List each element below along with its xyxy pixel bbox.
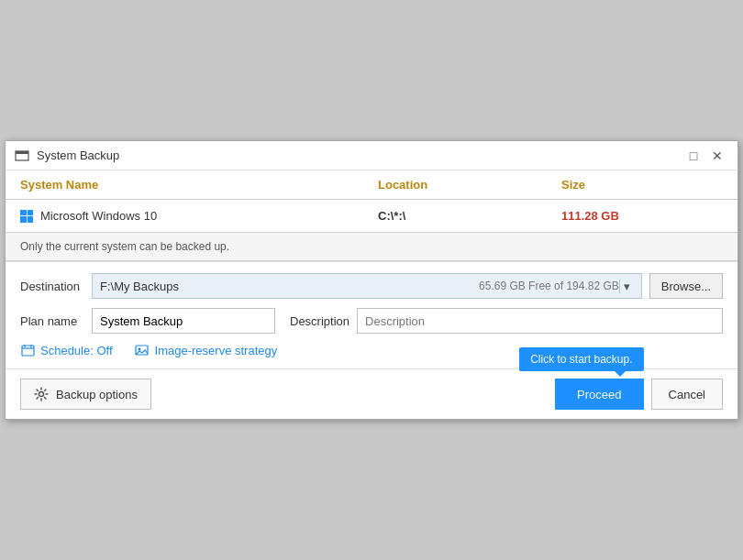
gear-icon [34, 387, 49, 401]
backup-options-label: Backup options [56, 388, 138, 401]
table-header: System Name Location Size [6, 170, 737, 200]
row-size: 111.28 GB [561, 209, 723, 223]
col-header-location: Location [378, 178, 561, 192]
tooltip-box: Click to start backup. [519, 347, 643, 371]
svg-point-7 [139, 347, 141, 350]
image-icon [135, 343, 150, 357]
schedule-option[interactable]: Schedule: Off [20, 343, 113, 357]
proceed-wrapper: Click to start backup. Proceed [555, 379, 643, 410]
cancel-button[interactable]: Cancel [651, 379, 723, 410]
footer-right: Click to start backup. Proceed Cancel [555, 379, 723, 410]
image-reserve-option[interactable]: Image-reserve strategy [135, 343, 278, 357]
title-bar: System Backup □ ✕ [6, 141, 737, 170]
plan-label: Plan name [20, 314, 84, 328]
info-bar: Only the current system can be backed up… [6, 232, 737, 260]
calendar-icon [20, 343, 35, 357]
browse-button[interactable]: Browse... [649, 273, 723, 299]
proceed-button[interactable]: Proceed [555, 379, 643, 410]
description-label: Description [290, 314, 349, 328]
window-title: System Backup [37, 148, 119, 162]
plan-row: Plan name Description [20, 308, 723, 334]
image-reserve-label: Image-reserve strategy [155, 344, 278, 357]
table-container: System Name Location Size Microsoft Wind… [6, 170, 737, 261]
maximize-button[interactable]: □ [682, 145, 704, 167]
col-header-name: System Name [20, 178, 378, 192]
svg-rect-1 [16, 151, 28, 154]
svg-rect-2 [22, 346, 34, 356]
table-body: Microsoft Windows 10 C:\*:\ 111.28 GB [6, 200, 737, 232]
destination-field: F:\My Backups 65.69 GB Free of 194.82 GB… [92, 273, 642, 299]
footer: Backup options Click to start backup. Pr… [6, 368, 737, 419]
chevron-down-icon: ▾ [624, 280, 630, 293]
close-button[interactable]: ✕ [706, 145, 728, 167]
svg-point-8 [39, 392, 44, 397]
col-header-size: Size [561, 178, 723, 192]
backup-options-button[interactable]: Backup options [20, 379, 151, 410]
plan-input[interactable] [92, 308, 275, 334]
app-icon [15, 148, 29, 163]
table-row[interactable]: Microsoft Windows 10 C:\*:\ 111.28 GB [6, 203, 737, 228]
destination-label: Destination [20, 280, 84, 293]
description-input[interactable] [357, 308, 723, 334]
title-bar-controls: □ ✕ [682, 145, 728, 167]
destination-row: Destination F:\My Backups 65.69 GB Free … [20, 273, 723, 299]
row-location: C:\*:\ [378, 209, 561, 223]
windows-icon [20, 210, 33, 223]
destination-dropdown[interactable]: ▾ [619, 280, 634, 293]
destination-free: 65.69 GB Free of 194.82 GB [479, 280, 619, 292]
title-bar-left: System Backup [15, 148, 119, 163]
system-backup-window: System Backup □ ✕ System Name Location S… [5, 140, 738, 420]
row-name: Microsoft Windows 10 [20, 209, 378, 223]
schedule-label: Schedule: Off [40, 344, 113, 357]
destination-value: F:\My Backups [100, 280, 479, 293]
content-area: System Name Location Size Microsoft Wind… [6, 170, 737, 419]
